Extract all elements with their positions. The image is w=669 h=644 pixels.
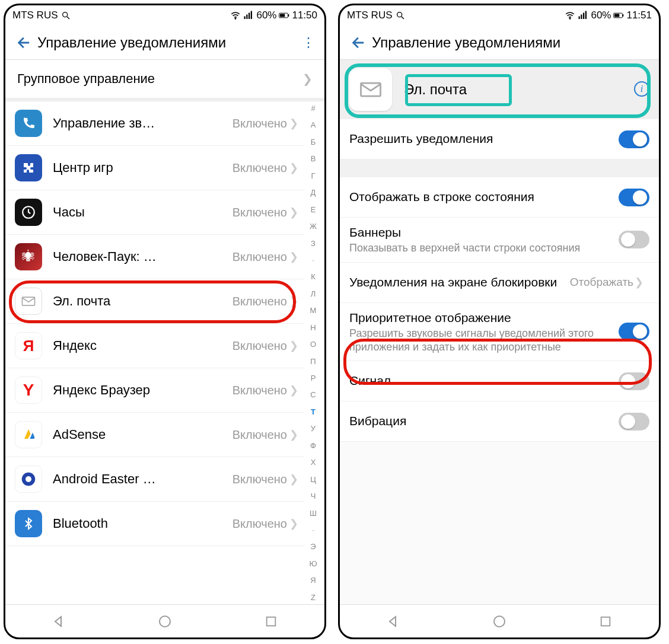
vibration-row[interactable]: Вибрация <box>340 401 659 442</box>
back-button[interactable] <box>11 30 37 56</box>
app-row[interactable]: 🕷 Человек-Паук: … Включено ❯ <box>5 235 304 279</box>
back-button[interactable] <box>346 30 372 56</box>
svg-rect-15 <box>267 617 276 626</box>
app-status: Включено <box>232 295 287 308</box>
index-letter[interactable]: · <box>312 256 314 264</box>
allow-toggle[interactable] <box>619 130 649 148</box>
index-letter[interactable]: Т <box>311 407 316 416</box>
index-letter[interactable]: Е <box>311 205 316 214</box>
page-title: Управление уведомлениями <box>372 34 653 51</box>
index-letter[interactable]: Р <box>311 374 316 382</box>
nav-recent-icon[interactable] <box>597 613 614 630</box>
statusbar-row[interactable]: Отображать в строке состояния <box>340 177 659 218</box>
app-header-card: Эл. почта i <box>340 60 659 119</box>
index-letter[interactable]: Г <box>311 171 315 180</box>
index-letter[interactable]: Z <box>311 593 316 602</box>
index-letter[interactable]: Н <box>310 323 316 332</box>
svg-rect-25 <box>623 14 624 17</box>
banners-toggle[interactable] <box>619 231 649 248</box>
index-letter[interactable]: Ш <box>310 509 317 518</box>
index-letter[interactable]: Я <box>310 576 316 585</box>
index-letter[interactable]: Д <box>311 188 316 197</box>
status-bar: MTS RUS 60% 11:50 <box>5 5 324 25</box>
detail-content: Эл. почта i Разрешить уведомления Отобра… <box>340 60 659 604</box>
priority-toggle[interactable] <box>619 323 649 340</box>
carrier-label: MTS RUS <box>347 9 393 21</box>
app-row[interactable]: Центр игр Включено ❯ <box>5 146 304 190</box>
app-row-email[interactable]: Эл. почта Включено ❯ <box>5 279 304 324</box>
app-row[interactable]: Часы Включено ❯ <box>5 190 304 235</box>
app-list[interactable]: Управление зв… Включено ❯ Центр игр Вклю… <box>5 101 304 604</box>
alpha-index[interactable]: #АБВГДЕЖЗ·КЛМНОПРСТУФХЦЧШ·ЭЮЯZ <box>305 104 321 602</box>
nav-home-icon[interactable] <box>156 613 174 630</box>
index-letter[interactable]: П <box>310 357 316 366</box>
lockscreen-row[interactable]: Уведомления на экране блокировки Отображ… <box>340 263 659 303</box>
app-list-container: Управление зв… Включено ❯ Центр игр Вклю… <box>5 101 324 604</box>
index-letter[interactable]: Э <box>310 542 316 551</box>
index-letter[interactable]: А <box>311 120 316 129</box>
index-letter[interactable]: # <box>311 104 315 113</box>
nav-back-icon[interactable] <box>384 613 402 630</box>
index-letter[interactable]: Ч <box>311 492 316 500</box>
nav-home-icon[interactable] <box>490 613 508 630</box>
app-row[interactable]: Bluetooth Включено ❯ <box>5 502 304 546</box>
app-header: Управление уведомлениями ⋮ <box>5 25 324 60</box>
chevron-right-icon: ❯ <box>289 250 298 263</box>
nav-recent-icon[interactable] <box>262 613 280 630</box>
chevron-right-icon: ❯ <box>289 206 298 219</box>
index-letter[interactable]: З <box>311 239 316 248</box>
clock-text: 11:50 <box>292 9 317 21</box>
lockscreen-value: Отображать <box>570 276 633 289</box>
nav-back-icon[interactable] <box>50 613 68 630</box>
statusbar-toggle[interactable] <box>619 189 649 206</box>
app-row[interactable]: AdSense Включено ❯ <box>5 413 304 457</box>
index-letter[interactable]: Б <box>311 138 316 146</box>
app-row[interactable]: Я Яндекс Включено ❯ <box>5 324 304 368</box>
index-letter[interactable]: Ю <box>309 559 317 568</box>
app-name: Bluetooth <box>53 516 232 531</box>
index-letter[interactable]: О <box>310 340 316 349</box>
allow-notifications-row[interactable]: Разрешить уведомления <box>340 119 659 160</box>
vibration-toggle[interactable] <box>619 413 649 431</box>
index-letter[interactable]: У <box>311 424 316 433</box>
index-letter[interactable]: Ц <box>310 475 316 484</box>
app-status: Включено <box>232 250 287 264</box>
sound-row[interactable]: Сигнал <box>340 361 659 401</box>
adsense-app-icon <box>15 421 42 448</box>
app-name: Эл. почта <box>53 294 232 309</box>
app-name: Яндекс <box>53 338 232 353</box>
more-menu-icon[interactable]: ⋮ <box>298 35 318 50</box>
app-header: Управление уведомлениями <box>340 25 659 60</box>
index-letter[interactable]: С <box>310 390 316 399</box>
chevron-right-icon: ❯ <box>289 473 298 486</box>
index-letter[interactable]: М <box>310 306 317 315</box>
chevron-right-icon: ❯ <box>289 384 298 397</box>
app-status: Включено <box>232 517 287 531</box>
sound-toggle[interactable] <box>619 372 649 390</box>
index-letter[interactable]: Л <box>311 289 316 298</box>
app-name: Яндекс Браузер <box>53 382 232 398</box>
group-management-row[interactable]: Групповое управление ❯ <box>5 60 324 101</box>
svg-rect-6 <box>251 11 252 20</box>
index-letter[interactable]: В <box>311 154 316 163</box>
battery-icon <box>279 10 289 21</box>
priority-row[interactable]: Приоритетное отображение Разрешить звуко… <box>340 303 659 361</box>
app-row[interactable]: Android Easter … Включено ❯ <box>5 457 304 502</box>
battery-icon <box>613 10 624 21</box>
svg-rect-8 <box>280 14 285 17</box>
group-management-label: Групповое управление <box>17 71 155 87</box>
app-row[interactable]: Y Яндекс Браузер Включено ❯ <box>5 368 304 413</box>
index-letter[interactable]: Ж <box>310 222 317 231</box>
search-icon <box>60 10 71 21</box>
index-letter[interactable]: Ф <box>310 441 316 450</box>
android-easter-app-icon <box>15 466 42 493</box>
app-row[interactable]: Управление зв… Включено ❯ <box>5 101 304 146</box>
index-letter[interactable]: Х <box>311 458 316 467</box>
index-letter[interactable]: К <box>311 272 316 281</box>
svg-point-27 <box>494 616 505 627</box>
banners-row[interactable]: Баннеры Показывать в верхней части строк… <box>340 218 659 263</box>
info-icon[interactable]: i <box>634 81 649 97</box>
email-app-icon <box>15 288 42 315</box>
index-letter[interactable]: · <box>312 525 314 534</box>
battery-text: 60% <box>591 9 611 21</box>
